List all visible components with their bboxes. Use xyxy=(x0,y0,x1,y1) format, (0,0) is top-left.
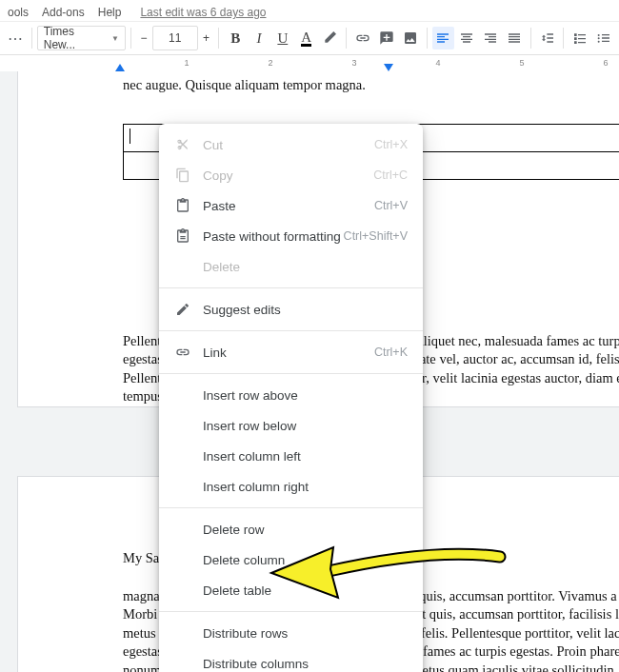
ruler-label: 3 xyxy=(351,58,356,68)
more-button[interactable]: ⋯ xyxy=(4,27,27,49)
menu-item-link[interactable]: Link Ctrl+K xyxy=(159,337,423,367)
menu-item-shortcut: Ctrl+C xyxy=(373,168,408,182)
menu-item-label: Paste xyxy=(193,199,374,213)
context-menu: Cut Ctrl+X Copy Ctrl+C Paste Ctrl+V Past… xyxy=(159,124,423,672)
align-right-button[interactable] xyxy=(479,27,502,49)
separator xyxy=(31,28,32,49)
menu-item-distribute-columns[interactable]: Distribute columns xyxy=(159,648,423,672)
ruler-label: 2 xyxy=(268,58,272,68)
last-edit-link[interactable]: Last edit was 6 days ago xyxy=(140,6,266,19)
font-family-select[interactable]: Times New... ▼ xyxy=(37,26,126,50)
table-cell[interactable] xyxy=(402,124,619,151)
menu-help[interactable]: Help xyxy=(98,6,122,19)
underline-button[interactable]: U xyxy=(271,27,294,49)
insert-link-button[interactable] xyxy=(351,27,374,49)
menu-item-delete-column[interactable]: Delete column xyxy=(159,544,423,575)
copy-icon xyxy=(172,168,193,183)
ruler-label: 4 xyxy=(435,58,440,68)
menu-item-shortcut: Ctrl+K xyxy=(374,346,408,359)
menu-divider xyxy=(159,373,423,374)
menu-item-insert-row-above[interactable]: Insert row above xyxy=(159,380,423,410)
chevron-down-icon: ▼ xyxy=(111,34,119,43)
menu-divider xyxy=(159,330,423,331)
indent-marker[interactable] xyxy=(115,64,125,71)
menu-item-label: Link xyxy=(193,346,374,360)
bulleted-list-button[interactable] xyxy=(592,27,615,49)
separator xyxy=(563,28,564,49)
menu-divider xyxy=(159,507,423,508)
suggest-icon xyxy=(172,302,193,317)
highlight-color-button[interactable] xyxy=(318,27,341,49)
align-left-button[interactable] xyxy=(432,27,455,49)
link-icon xyxy=(172,345,193,360)
menu-item-insert-column-left[interactable]: Insert column left xyxy=(159,441,423,471)
ruler-label: 6 xyxy=(603,58,608,68)
separator xyxy=(346,28,347,49)
line-spacing-button[interactable] xyxy=(536,27,559,49)
font-family-value: Times New... xyxy=(44,25,106,51)
menu-item-suggest-edits[interactable]: Suggest edits xyxy=(159,294,423,325)
font-size-input[interactable]: 11 xyxy=(152,26,198,50)
menu-addons[interactable]: Add-ons xyxy=(42,6,85,19)
menu-item-shortcut: Ctrl+V xyxy=(374,199,408,212)
font-size-decrease[interactable]: − xyxy=(136,27,151,49)
font-size-increase[interactable]: + xyxy=(199,27,214,49)
menu-item-label: Suggest edits xyxy=(193,303,408,317)
toolbar: ⋯ Times New... ▼ − 11 + B I U A xyxy=(0,22,619,55)
ruler-label: 5 xyxy=(519,58,524,68)
table-cell[interactable] xyxy=(402,151,619,179)
menu-item-shortcut: Ctrl+X xyxy=(374,138,408,151)
menu-bar: ools Add-ons Help Last edit was 6 days a… xyxy=(0,0,619,22)
separator xyxy=(130,28,131,49)
svg-marker-0 xyxy=(115,64,125,71)
menu-item-delete-row[interactable]: Delete row xyxy=(159,514,423,544)
add-comment-button[interactable] xyxy=(375,27,398,49)
align-justify-button[interactable] xyxy=(503,27,526,49)
text-cursor xyxy=(130,128,130,144)
bold-button[interactable]: B xyxy=(224,27,247,49)
menu-item-insert-column-right[interactable]: Insert column right xyxy=(159,471,423,502)
menu-item-delete-table[interactable]: Delete table xyxy=(159,575,423,605)
paragraph[interactable]: nec augue. Quisque aliquam tempor magna. xyxy=(123,76,619,95)
menu-item-label: Delete xyxy=(193,260,408,274)
paste-icon xyxy=(172,198,193,213)
menu-item-cut: Cut Ctrl+X xyxy=(159,129,423,160)
paste-plain-icon xyxy=(172,228,193,244)
indent-marker[interactable] xyxy=(384,64,393,71)
menu-item-delete: Delete xyxy=(159,251,423,282)
menu-item-shortcut: Ctrl+Shift+V xyxy=(344,229,408,243)
svg-marker-1 xyxy=(384,64,393,71)
checklist-button[interactable] xyxy=(569,27,591,49)
text-color-button[interactable]: A xyxy=(295,27,318,49)
separator xyxy=(530,28,531,49)
menu-item-paste[interactable]: Paste Ctrl+V xyxy=(159,190,423,221)
menu-item-paste-without-formatting[interactable]: Paste without formatting Ctrl+Shift+V xyxy=(159,221,423,251)
separator xyxy=(427,28,428,49)
italic-button[interactable]: I xyxy=(248,27,270,49)
menu-item-label: Copy xyxy=(193,168,373,183)
align-center-button[interactable] xyxy=(455,27,478,49)
menu-tools[interactable]: ools xyxy=(8,6,29,19)
menu-item-copy: Copy Ctrl+C xyxy=(159,160,423,190)
menu-item-distribute-rows[interactable]: Distribute rows xyxy=(159,618,423,648)
menu-item-label: Cut xyxy=(193,138,374,152)
cut-icon xyxy=(172,137,193,152)
ruler-label: 1 xyxy=(184,58,189,68)
menu-divider xyxy=(159,287,423,288)
separator xyxy=(218,28,219,49)
menu-item-label: Paste without formatting xyxy=(193,229,344,244)
insert-image-button[interactable] xyxy=(399,27,422,49)
menu-divider xyxy=(159,611,423,612)
menu-item-insert-row-below[interactable]: Insert row below xyxy=(159,410,423,441)
